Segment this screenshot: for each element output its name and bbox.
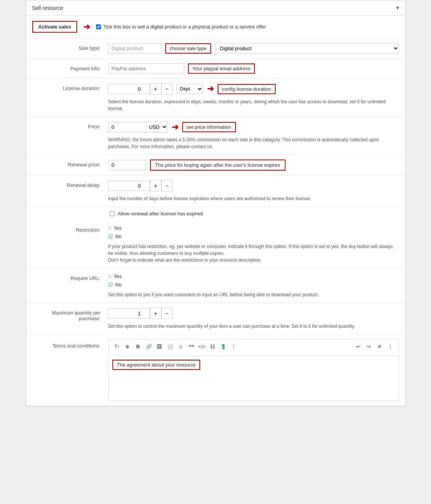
max-quantity-number-group: + − <box>108 308 399 319</box>
require-url-hint: Set this option to yes if you want custo… <box>108 291 399 298</box>
toolbar-bold-icon[interactable]: B <box>134 342 143 351</box>
require-url-row: Require URL: ○ Yes ☑ No Set this option … <box>26 269 405 303</box>
activate-checkbox[interactable] <box>96 24 101 29</box>
terms-label: Terms and conditions: <box>32 339 108 349</box>
require-url-yes-label: Yes <box>114 273 122 279</box>
activate-checkbox-label[interactable]: Tick this box to sell a digital product … <box>96 24 266 30</box>
require-url-control: ○ Yes ☑ No Set this option to yes if you… <box>108 273 399 298</box>
max-quantity-hint: Set this option to control the maximum q… <box>108 323 399 330</box>
price-arrow-icon: ➜ <box>172 122 178 132</box>
allow-renewal-label: Allow renewal after license has expired <box>118 211 203 216</box>
license-duration-minus[interactable]: − <box>161 83 173 95</box>
restriction-no-icon: ☑ <box>108 233 113 239</box>
require-url-yes[interactable]: ○ Yes <box>108 273 399 279</box>
require-url-no-icon: ☑ <box>108 281 113 288</box>
license-duration-input[interactable] <box>108 84 150 94</box>
terms-annotation: The agreement about your resource <box>112 360 200 370</box>
price-input[interactable] <box>108 122 146 132</box>
toolbar-options-icon[interactable]: ⋮ <box>386 342 395 351</box>
activate-sales-button[interactable]: Activate sales <box>32 21 77 33</box>
restriction-yes[interactable]: ○ Yes <box>108 225 399 231</box>
renewal-delay-plus[interactable]: + <box>150 180 161 191</box>
payment-info-control: Your paypal email address <box>108 63 399 74</box>
sale-type-inline: choose sale type Digital product Physica… <box>108 43 399 54</box>
price-annotation: set price information <box>182 122 236 132</box>
activate-checkbox-text: Tick this box to sell a digital product … <box>103 24 266 30</box>
license-duration-row: License duration: + − Days Weeks Months … <box>26 79 405 117</box>
page-wrapper: Sell resource ▾ Activate sales ➜ Tick th… <box>26 0 406 406</box>
require-url-no[interactable]: ☑ No <box>108 281 399 288</box>
license-duration-number-group: + − <box>108 83 173 95</box>
activate-row: Activate sales ➜ Tick this box to sell a… <box>26 16 405 38</box>
restriction-control: ○ Yes ☑ No If your product has restricti… <box>108 225 399 264</box>
restriction-yes-label: Yes <box>114 225 122 231</box>
terms-editor[interactable]: The agreement about your resource <box>108 355 399 401</box>
sale-type-label: Sale type: <box>32 43 108 51</box>
header-title: Sell resource <box>32 5 63 11</box>
payment-info-inline: Your paypal email address <box>108 63 399 74</box>
allow-renewal-checkbox[interactable] <box>110 211 115 216</box>
require-url-yes-icon: ○ <box>108 273 111 279</box>
toolbar-media-icon[interactable]: ⬜ <box>166 342 175 351</box>
renewal-delay-minus[interactable]: − <box>161 180 173 191</box>
renewal-delay-row: Renewal delay: + − Input the number of d… <box>26 175 405 207</box>
restriction-no[interactable]: ☑ No <box>108 233 399 239</box>
renewal-delay-input[interactable] <box>108 181 150 191</box>
toolbar-emoji-icon[interactable]: ☺ <box>176 342 185 351</box>
toolbar-quote-icon[interactable]: ❝❝ <box>187 342 196 351</box>
max-quantity-row: Maximum quantity per purchase: + − Set t… <box>26 303 405 335</box>
currency-select[interactable]: USD EUR GBP <box>146 122 168 133</box>
require-url-no-label: No <box>115 282 122 288</box>
require-url-label: Require URL: <box>32 273 108 281</box>
toolbar-clear-icon[interactable]: ✕ <box>375 342 384 351</box>
license-duration-label: License duration: <box>32 83 108 91</box>
toolbar-redo-icon[interactable]: ↪ <box>365 342 374 351</box>
terms-control: TT ⊕ B 🔗 🖼 ⬜ ☺ ❝❝ </> ⛓ 💲 ⋮ ↩ ↪ ✕ ⋮ <box>108 339 399 401</box>
toolbar-text-icon[interactable]: TT <box>112 342 122 351</box>
price-label: Price: <box>32 122 108 130</box>
toolbar-code-icon[interactable]: </> <box>197 342 207 351</box>
toolbar-more-icon[interactable]: ⋮ <box>229 342 238 351</box>
sale-type-select[interactable]: Digital product Physical product Service… <box>215 43 399 54</box>
price-control: USD EUR GBP ➜ set price information WARN… <box>108 122 399 150</box>
payment-info-label: Payment info: <box>32 63 108 71</box>
price-warning: WARNING: the forum admin takes a 5.00% c… <box>108 136 399 150</box>
terms-row: Terms and conditions: TT ⊕ B 🔗 🖼 ⬜ ☺ ❝❝ … <box>26 335 405 406</box>
license-duration-unit-select[interactable]: Days Weeks Months Years <box>177 84 203 94</box>
toolbar-undo-icon[interactable]: ↩ <box>354 342 363 351</box>
sale-type-current <box>108 43 161 54</box>
restriction-radio-group: ○ Yes ☑ No <box>108 225 399 239</box>
license-arrow-icon: ➜ <box>207 84 214 94</box>
license-duration-plus[interactable]: + <box>150 83 161 95</box>
sale-type-annotation: choose sale type <box>165 43 212 54</box>
restriction-yes-icon: ○ <box>108 225 111 231</box>
toolbar-plus-circle-icon[interactable]: ⊕ <box>123 342 132 351</box>
payment-info-input[interactable] <box>108 63 184 74</box>
max-quantity-plus[interactable]: + <box>150 308 161 319</box>
payment-info-annotation: Your paypal email address <box>188 63 255 74</box>
sale-type-row: Sale type: choose sale type Digital prod… <box>26 38 405 59</box>
toolbar-link-icon[interactable]: 🔗 <box>144 342 153 351</box>
price-row: Price: USD EUR GBP ➜ set price informati… <box>26 117 405 155</box>
max-quantity-label: Maximum quantity per purchase: <box>32 308 108 321</box>
require-url-radio-group: ○ Yes ☑ No <box>108 273 399 288</box>
restriction-row: Restriction: ○ Yes ☑ No If your product … <box>26 220 405 269</box>
terms-toolbar: TT ⊕ B 🔗 🖼 ⬜ ☺ ❝❝ </> ⛓ 💲 ⋮ ↩ ↪ ✕ ⋮ <box>108 339 399 353</box>
renewal-price-input[interactable] <box>108 160 146 170</box>
license-duration-hint: Select the license duration, expressed i… <box>108 98 399 112</box>
renewal-price-row: Renewal price: The price for buying agai… <box>26 155 405 175</box>
max-quantity-input[interactable] <box>108 308 150 319</box>
activate-arrow-icon: ➜ <box>83 22 90 32</box>
header-chevron[interactable]: ▾ <box>396 4 399 11</box>
toolbar-chain-icon[interactable]: ⛓ <box>208 342 217 351</box>
max-quantity-minus[interactable]: − <box>161 308 173 319</box>
toolbar-right: ↩ ↪ ✕ ⋮ <box>354 342 395 351</box>
renewal-price-inline: The price for buying again after the use… <box>108 160 399 171</box>
renewal-delay-hint: Input the number of days before license … <box>108 195 399 202</box>
toolbar-dollar-icon[interactable]: 💲 <box>219 342 228 351</box>
renewal-delay-control: + − Input the number of days before lice… <box>108 180 399 202</box>
price-input-group: USD EUR GBP <box>108 122 168 133</box>
restriction-label: Restriction: <box>32 225 108 233</box>
renewal-delay-label: Renewal delay: <box>32 180 108 188</box>
toolbar-image-icon[interactable]: 🖼 <box>155 342 164 351</box>
